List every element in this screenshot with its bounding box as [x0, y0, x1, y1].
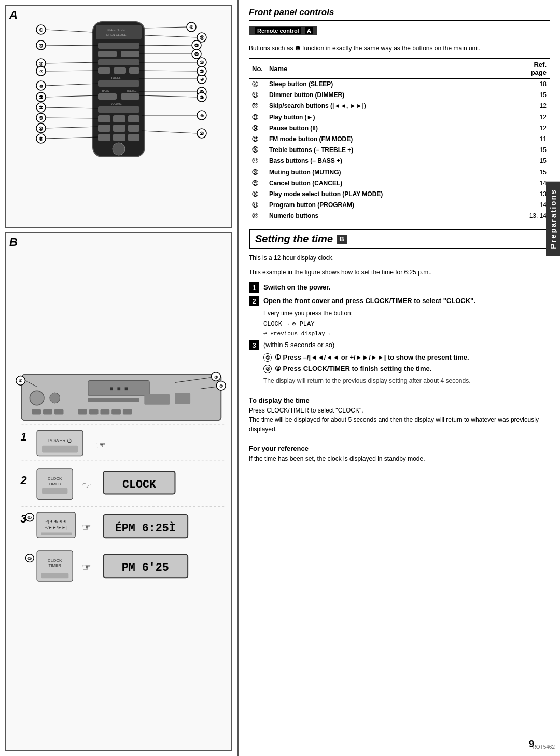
row-name: Skip/search buttons (|◄◄, ►►|) [266, 101, 524, 112]
svg-line-67 [46, 95, 98, 97]
section-a-label: A [9, 8, 18, 22]
setting-time-header: Setting the time B [249, 229, 550, 249]
svg-text:VOLUME: VOLUME [110, 102, 122, 105]
row-page: 18 [524, 78, 550, 90]
preparations-tab: Preparations [546, 182, 560, 256]
row-page: 12 [524, 112, 550, 123]
svg-line-85 [46, 127, 98, 128]
row-page: 12 [524, 101, 550, 112]
svg-rect-27 [128, 134, 139, 141]
svg-text:☞: ☞ [82, 480, 91, 491]
svg-rect-103 [43, 409, 52, 415]
row-no: ㉑ [249, 90, 266, 101]
row-name: Program button (PROGRAM) [266, 200, 524, 211]
table-row: ⑳ Sleep button (SLEEP) 18 [249, 78, 550, 90]
svg-rect-22 [98, 125, 110, 132]
svg-rect-107 [100, 409, 109, 415]
step3-block: 3 (within 5 seconds or so) [249, 340, 550, 350]
row-name: Treble buttons (– TREBLE +) [266, 145, 524, 156]
svg-line-37 [145, 35, 197, 37]
svg-rect-141 [41, 532, 72, 535]
remote-control-label: Remote control A [249, 26, 317, 35]
remote-control-header: Remote control A [249, 26, 550, 39]
table-row: ㉖ Treble buttons (– TREBLE +) 15 [249, 145, 550, 156]
svg-line-40 [46, 45, 98, 46]
row-no: ㉘ [249, 167, 266, 178]
svg-text:1: 1 [21, 430, 27, 443]
row-name: Sleep button (SLEEP) [266, 78, 524, 90]
table-header-no: No. [249, 59, 266, 78]
reference-heading: For your reference [249, 445, 550, 452]
table-header-name: Name [266, 59, 524, 78]
svg-rect-105 [78, 409, 87, 415]
front-panel-title: Front panel controls [249, 7, 550, 21]
svg-rect-108 [111, 409, 121, 415]
step3-substeps: ① ① Press –/|◄◄/◄◄ or +/►►/►►| to show t… [263, 353, 550, 373]
row-page: 15 [524, 156, 550, 167]
svg-text:㉖: ㉖ [200, 95, 204, 100]
svg-rect-10 [129, 67, 139, 74]
step3-num: 3 [249, 340, 259, 350]
table-row: ㉗ Bass buttons (– BASS +) 15 [249, 156, 550, 167]
svg-rect-5 [98, 51, 117, 57]
step3-sub1: ① ① Press –/|◄◄/◄◄ or +/►►/►►| to show t… [263, 353, 550, 362]
table-header-page: Ref. page [524, 59, 550, 78]
svg-rect-25 [98, 134, 110, 141]
model-number: ROT5462 [533, 744, 555, 750]
svg-text:+/►►/►►|: +/►►/►►| [45, 526, 67, 530]
setting-time-title: Setting the time [255, 233, 333, 245]
svg-rect-9 [114, 67, 126, 74]
svg-text:㉒: ㉒ [194, 52, 199, 57]
step3-sub2-num: ② [263, 365, 272, 373]
svg-line-52 [46, 71, 98, 71]
svg-rect-4 [98, 43, 139, 49]
row-no: ㉕ [249, 134, 266, 145]
row-no: ㉜ [249, 211, 266, 222]
row-no: ㉒ [249, 101, 266, 112]
row-page: 15 [524, 167, 550, 178]
table-row: ㉑ Dimmer button (DIMMER) 15 [249, 90, 550, 101]
svg-rect-6 [121, 51, 139, 57]
table-row: ㉛ Program button (PROGRAM) 14 [249, 200, 550, 211]
table-row: ㉙ Cancel button (CANCEL) 14 [249, 178, 550, 189]
row-no: ㉓ [249, 112, 266, 123]
svg-point-97 [30, 391, 44, 405]
svg-text:⑪: ⑪ [39, 62, 44, 66]
svg-text:㉑: ㉑ [194, 43, 199, 48]
svg-rect-109 [123, 409, 132, 415]
table-row: ㉚ Play mode select button (PLAY MODE) 13 [249, 189, 550, 200]
clock-flow: CLOCK → ⊙ PLAY [263, 320, 550, 328]
svg-line-76 [139, 95, 197, 97]
row-name: Cancel button (CANCEL) [266, 178, 524, 189]
svg-rect-1 [96, 25, 142, 39]
svg-rect-101 [175, 393, 191, 404]
reference-text: If the time has been set, the clock is d… [249, 454, 550, 463]
row-no: ㉚ [249, 189, 266, 200]
svg-rect-100 [144, 394, 170, 405]
svg-rect-23 [113, 125, 125, 132]
svg-text:⑨: ⑨ [200, 114, 204, 118]
setting-time-badge: B [337, 235, 347, 244]
svg-text:TUNER: TUNER [111, 76, 122, 79]
svg-text:BASS: BASS [102, 89, 109, 92]
row-page: 15 [524, 90, 550, 101]
step3-preamble: (within 5 seconds or so) [263, 340, 334, 350]
svg-text:③: ③ [214, 375, 218, 380]
svg-rect-12 [98, 80, 139, 87]
section-b-diagram: B 1 3 ■ ■ ■ [5, 232, 232, 751]
svg-text:☞: ☞ [96, 439, 106, 452]
svg-rect-20 [113, 115, 125, 122]
controls-table: No. Name Ref. page ⑳ Sleep button (SLEEP… [249, 58, 550, 222]
row-page: 11 [524, 134, 550, 145]
svg-text:①: ① [19, 379, 22, 383]
svg-text:☞: ☞ [82, 521, 91, 533]
row-no: ⑳ [249, 78, 266, 90]
row-no: ㉛ [249, 200, 266, 211]
svg-text:TIMER: TIMER [48, 563, 61, 568]
svg-line-46 [46, 62, 98, 63]
svg-text:⑥: ⑥ [189, 25, 193, 30]
section-b-label: B [9, 236, 18, 249]
svg-text:②: ② [27, 556, 32, 561]
svg-text:CLOCK: CLOCK [122, 478, 157, 491]
divider1 [249, 391, 550, 391]
